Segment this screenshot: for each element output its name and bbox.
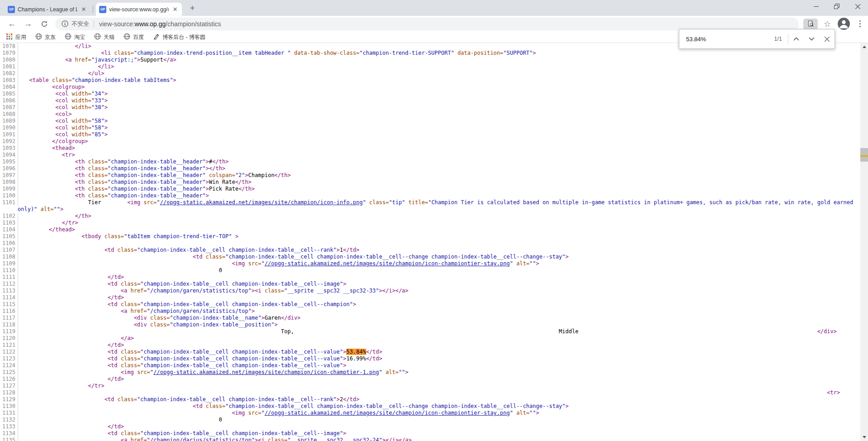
- line-number: 1127: [0, 383, 18, 389]
- code-token: "Champion Tier is calculated based on mu…: [428, 199, 853, 206]
- new-tab-button[interactable]: +: [186, 2, 198, 14]
- source-line: 1091 <col width="85">: [0, 131, 860, 138]
- code-token: "/champion/garen/statistics/top": [147, 288, 252, 294]
- tab-close-icon[interactable]: ✕: [80, 6, 87, 13]
- page-search-indicator-button[interactable]: [803, 19, 818, 29]
- code-token: >: [343, 430, 346, 436]
- forward-button[interactable]: →: [22, 18, 34, 30]
- bookmark-item-0[interactable]: 应用: [6, 34, 26, 41]
- code-token: >: [405, 369, 408, 375]
- code-token: </td>: [108, 294, 124, 301]
- code-token: </thead>: [49, 226, 75, 233]
- scrollbar-thumb[interactable]: [860, 148, 868, 162]
- source-line: 1126 </td>: [0, 376, 860, 383]
- code-token: "SUPPORT": [503, 50, 533, 56]
- bookmark-item-5[interactable]: 博客后台 - 博客园: [153, 33, 205, 41]
- bookmark-label: 京东: [45, 34, 56, 41]
- code-token: <tbody: [81, 233, 101, 240]
- code-token: "2": [235, 172, 245, 178]
- find-input[interactable]: [679, 36, 774, 43]
- minimize-button[interactable]: [806, 0, 826, 13]
- code-token: >: [565, 254, 568, 260]
- line-number: 1135: [0, 437, 18, 441]
- bookmark-item-1[interactable]: 京东: [35, 33, 56, 41]
- code-token: <td: [105, 247, 114, 253]
- code-token: "champion-index-table__header": [108, 172, 206, 178]
- source-url-link[interactable]: //opgg-static.akamaized.net/images/site/…: [160, 199, 362, 206]
- line-number: 1104: [0, 226, 18, 233]
- line-number: 1118: [0, 321, 18, 328]
- code-token: ": [510, 260, 513, 267]
- bookmark-item-3[interactable]: 天猫: [94, 33, 114, 41]
- source-line: 1092 </colgroup>: [0, 138, 860, 145]
- source-url-link[interactable]: //opgg-static.akamaized.net/images/site/…: [265, 410, 510, 416]
- code-token: </div>: [817, 328, 837, 335]
- more-options-button[interactable]: [855, 18, 864, 30]
- code-token: <thead>: [52, 145, 75, 151]
- line-number: 1107: [0, 247, 18, 254]
- source-line: 1117 <div class="champion-index-table__n…: [0, 315, 860, 321]
- line-number: 1103: [0, 220, 18, 226]
- tab-1[interactable]: OPview-source:www.op.gg/cham✕: [96, 3, 182, 16]
- code-token: "33": [91, 97, 105, 104]
- line-number: 1098: [0, 179, 18, 186]
- code-token: href=: [127, 288, 147, 294]
- back-icon: ←: [8, 19, 16, 29]
- scroll-up-button[interactable]: [860, 43, 868, 51]
- code-token: ": [150, 369, 153, 375]
- code-token: class=: [101, 233, 124, 240]
- code-token: >: [379, 288, 382, 294]
- find-previous-button[interactable]: [788, 29, 804, 48]
- source-url-link[interactable]: //opgg-static.akamaized.net/images/site/…: [265, 260, 510, 267]
- scroll-down-button[interactable]: [860, 433, 868, 441]
- opgg-favicon: OP: [99, 6, 106, 13]
- code-token: <td: [108, 355, 118, 362]
- code-token: Tier: [88, 199, 101, 206]
- close-icon: [825, 37, 830, 42]
- code-token: >: [206, 186, 209, 192]
- code-token: class=: [85, 158, 108, 165]
- code-token: ": [510, 410, 513, 416]
- source-line: 1080 <a href="javascript:;">Support</a>: [0, 57, 860, 63]
- profile-avatar-button[interactable]: [838, 18, 850, 30]
- tab-close-icon[interactable]: ✕: [172, 6, 179, 13]
- bookmark-item-4[interactable]: 百度: [124, 33, 144, 41]
- code-token: "/champion/garen/statistics/top": [147, 308, 252, 314]
- code-token: <img: [232, 410, 245, 416]
- source-line: 1123 <td class="champion-index-table__ce…: [0, 355, 860, 362]
- line-number: 1116: [0, 308, 18, 315]
- tab-0[interactable]: OPChampions - League of Legen✕: [5, 3, 91, 16]
- source-line: 1098 <th class="champion-index-table__he…: [0, 179, 860, 186]
- bookmark-star-button[interactable]: ☆: [821, 18, 833, 30]
- code-token: >: [343, 362, 346, 369]
- code-token: </th>: [209, 165, 225, 172]
- source-line: 1111 </td>: [0, 274, 860, 281]
- source-line: 1124 <td class="champion-index-table__ce…: [0, 362, 860, 369]
- address-bar[interactable]: 不安全 view-source:www.op.gg/champion/stati…: [55, 18, 799, 30]
- code-token: "": [399, 369, 405, 375]
- source-url-link[interactable]: //opgg-static.akamaized.net/images/site/…: [153, 369, 379, 375]
- code-token: "38": [91, 104, 105, 110]
- line-number: 1110: [0, 267, 18, 274]
- code-token: "champion-index-table__cell champion-ind…: [140, 301, 353, 307]
- source-line: 1134 <td class="champion-index-table__ce…: [0, 430, 860, 437]
- line-number: 1084: [0, 84, 18, 91]
- close-button[interactable]: [847, 0, 868, 13]
- code-token: 0: [219, 267, 222, 273]
- scrollbar-track[interactable]: [860, 43, 868, 441]
- restore-button[interactable]: [826, 0, 847, 13]
- url-path: /champion/statistics: [166, 20, 221, 28]
- reload-button[interactable]: [38, 18, 51, 30]
- find-close-button[interactable]: [819, 29, 835, 48]
- bookmark-item-2[interactable]: 淘宝: [65, 33, 85, 41]
- security-label[interactable]: 不安全: [72, 20, 89, 28]
- line-number: 1080: [0, 57, 18, 63]
- code-token: </td>: [343, 396, 359, 403]
- code-token: <td: [108, 301, 118, 307]
- code-token: width=: [68, 131, 91, 138]
- source-line: 1112 <td class="champion-index-table__ce…: [0, 281, 860, 288]
- code-token: "champion-index-table__name": [170, 315, 261, 321]
- source-line: 1096 <th class="champion-index-table__he…: [0, 165, 860, 172]
- back-button[interactable]: ←: [5, 18, 18, 30]
- find-next-button[interactable]: [804, 29, 819, 48]
